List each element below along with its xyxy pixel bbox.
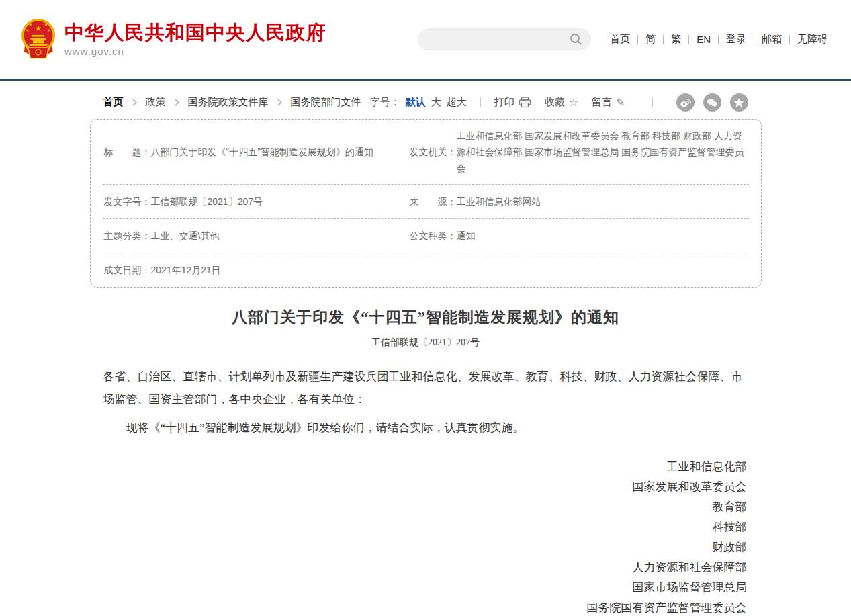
document-number: 工信部联规〔2021〕207号	[90, 337, 762, 349]
font-size-xlarge[interactable]: 超大	[447, 96, 467, 109]
comment-button[interactable]: 留言 ✎	[592, 96, 625, 109]
svg-text:★: ★	[35, 24, 42, 32]
document-paragraph: 现将《“十四五”智能制造发展规划》印发给你们，请结合实际，认真贯彻实施。	[103, 416, 748, 439]
svg-text:★: ★	[44, 22, 48, 27]
qzone-share-icon[interactable]	[730, 93, 748, 112]
search-box[interactable]	[418, 28, 591, 50]
meta-topic-value: 工业、交通\其他	[151, 228, 410, 244]
meta-row-number-source: 发文字号： 工信部联规〔2021〕207号 来 源： 工业和信息化部网站	[103, 185, 749, 219]
meta-doc-number-label: 发文字号：	[104, 193, 151, 210]
nav-simplified[interactable]: 简	[638, 33, 663, 46]
svg-text:★: ★	[26, 28, 30, 32]
site-url: www.gov.cn	[64, 46, 326, 57]
signature-line: 人力资源和社会保障部	[90, 558, 747, 578]
printer-icon	[519, 97, 531, 108]
nav-login[interactable]: 登录	[719, 33, 754, 46]
nav-mail[interactable]: 邮箱	[754, 33, 789, 46]
svg-text:★: ★	[29, 22, 33, 27]
doc-meta-table: 标 题： 八部门关于印发《“十四五”智能制造发展规划》的通知 发文机关： 工业和…	[90, 119, 762, 288]
favorite-button[interactable]: 收藏 ☆	[545, 96, 578, 109]
document-paragraph: 各省、自治区、直辖市、计划单列市及新疆生产建设兵团工业和信息化、发展改革、教育、…	[103, 365, 748, 411]
breadcrumb-department-documents[interactable]: 国务院部门文件	[291, 96, 361, 109]
breadcrumb-policy-library[interactable]: 国务院政策文件库	[188, 96, 269, 109]
pencil-icon: ✎	[616, 97, 625, 108]
star-outline-icon: ☆	[569, 97, 578, 108]
site-title: 中华人民共和国中央人民政府	[64, 21, 326, 44]
wechat-share-icon[interactable]	[703, 93, 721, 112]
meta-source-label: 来 源：	[409, 193, 456, 210]
chevron-right-icon	[277, 99, 282, 106]
meta-source-value: 工业和信息化部网站	[456, 193, 748, 210]
share-icons	[668, 93, 748, 112]
doc-toolbar: 字号： 默认 大 超大 打印 收藏 ☆ 留言 ✎	[370, 93, 748, 112]
font-size-label: 字号：	[370, 96, 400, 109]
weibo-share-icon[interactable]	[676, 93, 695, 112]
signature-block: 工业和信息化部 国家发展和改革委员会 教育部 科技部 财政部 人力资源和社会保障…	[90, 457, 762, 616]
signature-line: 国家发展和改革委员会	[90, 477, 747, 497]
meta-date-label: 成文日期：	[104, 262, 151, 278]
breadcrumb: 首页 政策 国务院政策文件库 国务院部门文件	[103, 96, 361, 109]
meta-title-value: 八部门关于印发《“十四五”智能制造发展规划》的通知	[151, 144, 410, 160]
svg-text:★: ★	[47, 28, 51, 32]
meta-doc-number-value: 工信部联规〔2021〕207号	[151, 193, 410, 210]
search-input[interactable]	[429, 34, 570, 45]
document-body: 各省、自治区、直辖市、计划单列市及新疆生产建设兵团工业和信息化、发展改革、教育、…	[90, 365, 762, 439]
national-emblem-icon: ★ ★ ★ ★ ★	[20, 17, 56, 62]
breadcrumb-home[interactable]: 首页	[103, 96, 124, 109]
meta-issuer-label: 发文机关：	[409, 144, 456, 160]
meta-title-label: 标 题：	[104, 144, 151, 160]
search-icon[interactable]	[570, 33, 582, 46]
nav-english[interactable]: EN	[689, 34, 718, 45]
meta-type-label: 公文种类：	[409, 228, 456, 244]
signature-line: 教育部	[90, 497, 747, 517]
font-size-default[interactable]: 默认	[406, 96, 426, 109]
font-size-large[interactable]: 大	[431, 96, 441, 109]
meta-row-date: 成文日期： 2021年12月21日	[103, 253, 749, 287]
signature-line: 国家市场监督管理总局	[90, 578, 747, 598]
chevron-right-icon	[175, 99, 179, 106]
nav-traditional[interactable]: 繁	[664, 33, 688, 46]
nav-accessibility[interactable]: 无障碍	[790, 33, 835, 46]
meta-topic-label: 主题分类：	[104, 228, 151, 244]
meta-date-value: 2021年12月21日	[151, 262, 410, 278]
signature-line: 财政部	[90, 537, 747, 558]
breadcrumb-policy[interactable]: 政策	[146, 96, 166, 109]
site-header: ★ ★ ★ ★ ★ 中华人民共和国中央人民政府 www.gov.cn 首页 简 …	[0, 0, 851, 79]
top-nav: 首页 简 繁 EN 登录 邮箱 无障碍	[602, 33, 835, 46]
meta-type-value: 通知	[456, 228, 748, 244]
meta-issuer-value: 工业和信息化部 国家发展和改革委员会 教育部 科技部 财政部 人力资源和社会保障…	[456, 128, 748, 176]
meta-row-topic-type: 主题分类： 工业、交通\其他 公文种类： 通知	[103, 219, 749, 253]
signature-line: 工业和信息化部	[90, 457, 747, 477]
signature-line: 国务院国有资产监督管理委员会	[90, 598, 747, 616]
print-button[interactable]: 打印	[494, 96, 531, 109]
signature-line: 科技部	[90, 517, 747, 537]
document-title: 八部门关于印发《“十四五”智能制造发展规划》的通知	[90, 307, 762, 328]
meta-row-title-issuer: 标 题： 八部门关于印发《“十四五”智能制造发展规划》的通知 发文机关： 工业和…	[103, 120, 749, 185]
chevron-right-icon	[132, 99, 137, 106]
header-divider	[0, 79, 851, 81]
site-logo[interactable]: ★ ★ ★ ★ ★ 中华人民共和国中央人民政府 www.gov.cn	[20, 17, 326, 62]
nav-home[interactable]: 首页	[602, 33, 637, 46]
